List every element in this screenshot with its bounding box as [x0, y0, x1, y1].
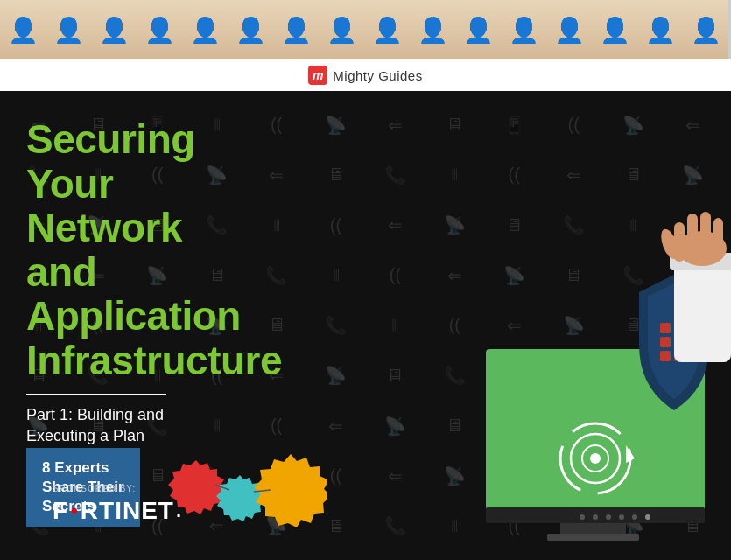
- sponsor-area: SPONSORED BY: F • RTINET .: [53, 484, 181, 525]
- svg-rect-23: [660, 351, 671, 361]
- svg-rect-32: [713, 218, 723, 260]
- svg-point-13: [606, 514, 611, 520]
- avatar: 👤: [546, 0, 592, 60]
- svg-rect-5: [547, 534, 639, 541]
- avatar: 👤: [364, 0, 410, 60]
- svg-rect-20: [660, 337, 671, 347]
- avatar: 👤: [410, 0, 455, 60]
- avatar: 👤: [137, 0, 182, 60]
- main-content: ⇐🖥📱⦀((📡⇐🖥📱((📡⇐ 📞⦀((📡⇐🖥📞⦀((⇐🖥📡 ⇐📡🖥📞⦀((⇐📡🖥…: [0, 91, 731, 560]
- monitor-svg: [446, 91, 731, 560]
- svg-point-10: [590, 453, 601, 464]
- svg-rect-31: [700, 212, 711, 260]
- mighty-guides-header: m Mighty Guides: [0, 60, 731, 91]
- mighty-guides-logo: m: [308, 66, 327, 85]
- svg-rect-4: [560, 523, 626, 536]
- avatar: 👤: [273, 0, 319, 60]
- avatar: 👤: [228, 0, 273, 60]
- svg-point-16: [645, 514, 650, 520]
- avatar: 👤: [683, 0, 728, 60]
- svg-point-11: [580, 514, 585, 520]
- avatar: 👤: [501, 0, 546, 60]
- avatar: 👤: [91, 0, 137, 60]
- sponsored-by-label: SPONSORED BY:: [53, 484, 181, 494]
- avatar: 👤: [637, 0, 683, 60]
- experts-line1: 8 Experts: [42, 458, 124, 478]
- svg-point-12: [593, 514, 598, 520]
- avatar: 👤: [592, 0, 637, 60]
- svg-rect-26: [674, 257, 731, 362]
- svg-point-14: [619, 514, 624, 520]
- left-content: Securing Your Network and Application In…: [0, 91, 446, 560]
- fortinet-logo: F • RTINET .: [53, 497, 181, 525]
- title-divider: [26, 394, 166, 396]
- svg-point-15: [632, 514, 637, 520]
- brand-name: Mighty Guides: [333, 68, 422, 83]
- svg-rect-30: [687, 214, 698, 262]
- avatar: 👤: [455, 0, 501, 60]
- right-illustration: [446, 91, 731, 560]
- avatar-strip: 👤 👤 👤 👤 👤 👤 👤 👤 👤 👤 👤 👤 👤 👤 👤 👤: [0, 0, 731, 60]
- avatar: 👤: [0, 0, 46, 60]
- avatar: 👤: [182, 0, 228, 60]
- svg-rect-17: [660, 323, 671, 333]
- main-title: Securing Your Network and Application In…: [26, 117, 166, 383]
- avatar: 👤: [46, 0, 91, 60]
- avatar: 👤: [319, 0, 364, 60]
